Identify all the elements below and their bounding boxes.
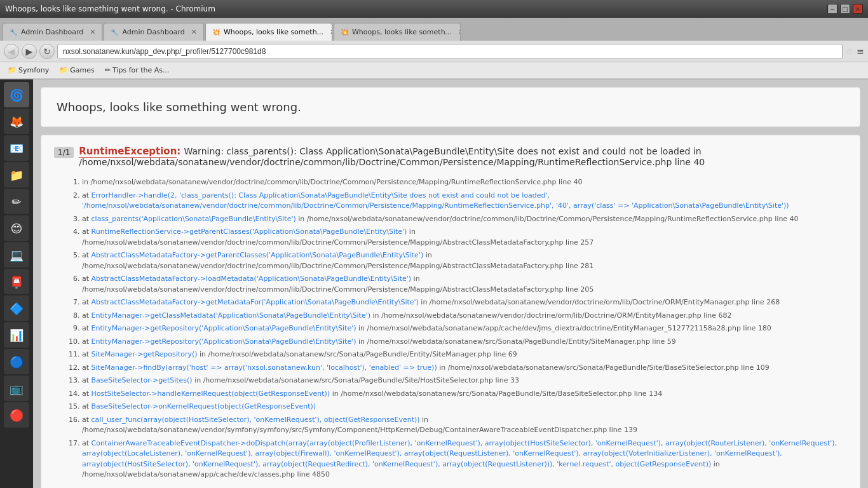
- close-button[interactable]: ✕: [853, 4, 863, 14]
- stack-frame-4: at RuntimeReflectionService->getParentCl…: [82, 227, 847, 248]
- stack-link-2[interactable]: ErrorHandler->handle(2, 'class_parents()…: [82, 191, 789, 210]
- stack-frame-6: at AbstractClassMetadataFactory->loadMet…: [82, 274, 847, 295]
- stack-frame-1: in /home/nxsol/webdata/sonatanew/vendor/…: [82, 177, 847, 188]
- stack-link-5[interactable]: AbstractClassMetadataFactory->getParentC…: [92, 251, 424, 259]
- content-area: Whoops, looks like something went wrong.…: [33, 79, 868, 488]
- tab-close-2[interactable]: ✕: [191, 28, 197, 36]
- sidebar-icon-2[interactable]: 🦊: [4, 109, 29, 134]
- stack-frame-16: at call_user_func(array(object(HostSiteS…: [82, 415, 847, 436]
- sidebar-icon-4[interactable]: 📁: [4, 162, 29, 187]
- stack-link-14[interactable]: HostSiteSelector->handleKernelRequest(ob…: [92, 390, 330, 398]
- bookmark-button[interactable]: ☆: [845, 46, 853, 57]
- sidebar-icon-8[interactable]: 📮: [4, 269, 29, 294]
- tab-admin-1[interactable]: 🔧 Admin Dashboard ✕: [3, 23, 102, 41]
- stack-link-7[interactable]: AbstractClassMetadataFactory->getMetadat…: [92, 298, 419, 306]
- stack-link-9[interactable]: EntityManager->getRepository('Applicatio…: [92, 324, 356, 332]
- minimize-button[interactable]: ─: [827, 4, 837, 14]
- tab-label-4: Whoops, looks like someth...: [352, 28, 452, 36]
- tab-label-3: Whoops, looks like someth...: [224, 28, 323, 36]
- sidebar-icon-7[interactable]: 💻: [4, 242, 29, 268]
- stack-link-13[interactable]: BaseSiteSelector->getSites(): [92, 376, 193, 384]
- address-bar[interactable]: [57, 44, 843, 59]
- stack-frame-3: at class_parents('Application\Sonata\Pag…: [82, 214, 847, 225]
- stack-frame-12: at SiteManager->findBy(array('host' => a…: [82, 363, 847, 374]
- stack-frame-10: at EntityManager->getRepository('Applica…: [82, 337, 847, 348]
- tab-close-4[interactable]: ✕: [458, 28, 461, 36]
- sidebar-icon-5[interactable]: ✏️: [4, 189, 29, 214]
- stack-link-16[interactable]: call_user_func(array(object(HostSiteSele…: [92, 416, 420, 424]
- tab-whoops-1[interactable]: 💥 Whoops, looks like someth... ✕: [205, 23, 332, 41]
- sidebar-icon-13[interactable]: 🔴: [4, 402, 29, 428]
- sidebar: 🌀 🦊 📧 📁 ✏️ 😊 💻 📮 🔷 📊 🔵 📺 🔴: [0, 79, 33, 488]
- sidebar-icon-1[interactable]: 🌀: [4, 82, 29, 107]
- exception-class-link[interactable]: RuntimeException: [79, 146, 177, 158]
- stack-link-3[interactable]: class_parents('Application\Sonata\PageBu…: [92, 215, 296, 223]
- stack-link-8[interactable]: EntityManager->getClassMetadata('Applica…: [92, 311, 370, 320]
- tab-favicon-2: 🔧: [111, 29, 118, 36]
- stack-frame-8: at EntityManager->getClassMetadata('Appl…: [82, 311, 847, 322]
- sidebar-icon-3[interactable]: 📧: [4, 135, 29, 161]
- window-titlebar: Whoops, looks like something went wrong.…: [0, 0, 868, 18]
- maximize-button[interactable]: □: [840, 4, 850, 14]
- sidebar-icon-12[interactable]: 📺: [4, 376, 29, 401]
- stack-link-17[interactable]: ContainerAwareTraceableEventDispatcher->…: [82, 439, 837, 468]
- error-header: Whoops, looks like something went wrong.: [41, 87, 860, 127]
- tab-favicon-1: 🔧: [10, 29, 17, 36]
- stack-trace: in /home/nxsol/webdata/sonatanew/vendor/…: [54, 177, 847, 480]
- error-title: RuntimeException:: [79, 146, 184, 158]
- stack-frame-2: at ErrorHandler->handle(2, 'class_parent…: [82, 191, 847, 212]
- error-counter: 1/1: [54, 147, 74, 158]
- stack-link-11[interactable]: SiteManager->getRepository(): [92, 350, 198, 358]
- forward-button[interactable]: ▶: [22, 44, 37, 59]
- sidebar-icon-11[interactable]: 🔵: [4, 349, 29, 374]
- stack-link-15[interactable]: BaseSiteSelector->onKernelRequest(object…: [92, 402, 316, 410]
- stack-frame-17: at ContainerAwareTraceableEventDispatche…: [82, 438, 847, 480]
- stack-frame-15: at BaseSiteSelector->onKernelRequest(obj…: [82, 402, 847, 412]
- bookmark-icon-tips: ✏️: [105, 66, 111, 74]
- nav-row: ◀ ▶ ↻ ☆ ≡: [0, 41, 868, 62]
- tab-label-1: Admin Dashboard: [21, 28, 83, 36]
- tab-favicon-4: 💥: [341, 29, 348, 36]
- bookmarks-bar: 📁 Symfony 📁 Games ✏️ Tips for the As...: [0, 62, 868, 79]
- bookmark-icon-symfony: 📁: [8, 66, 17, 74]
- sidebar-icon-9[interactable]: 🔷: [4, 295, 29, 321]
- bookmark-symfony[interactable]: 📁 Symfony: [5, 65, 51, 76]
- stack-frame-13: at BaseSiteSelector->getSites() in /home…: [82, 376, 847, 386]
- stack-link-4[interactable]: RuntimeReflectionService->getParentClass…: [92, 227, 407, 236]
- bookmark-label-symfony: Symfony: [18, 66, 49, 74]
- bookmark-label-games: Games: [70, 66, 94, 74]
- bookmark-icon-games: 📁: [59, 66, 68, 74]
- tab-label-2: Admin Dashboard: [122, 28, 184, 36]
- stack-link-10[interactable]: EntityManager->getRepository('Applicatio…: [92, 337, 356, 346]
- stack-frame-7: at AbstractClassMetadataFactory->getMeta…: [82, 297, 847, 308]
- stack-link-12[interactable]: SiteManager->findBy(array('host' => arra…: [92, 363, 437, 372]
- stack-link-6[interactable]: AbstractClassMetadataFactory->loadMetada…: [92, 274, 412, 283]
- reload-button[interactable]: ↻: [39, 44, 55, 59]
- bookmark-games[interactable]: 📁 Games: [57, 65, 97, 76]
- back-button[interactable]: ◀: [4, 44, 19, 59]
- tab-close-1[interactable]: ✕: [90, 28, 95, 36]
- sidebar-icon-10[interactable]: 📊: [4, 322, 29, 348]
- bookmark-label-tips: Tips for the As...: [112, 66, 170, 74]
- tab-favicon-3: 💥: [212, 29, 220, 36]
- window-title: Whoops, looks like something went wrong.…: [5, 4, 215, 13]
- error-header-text: Whoops, looks like something went wrong.: [57, 100, 301, 114]
- browser-toolbar: 🔧 Admin Dashboard ✕ 🔧 Admin Dashboard ✕ …: [0, 18, 868, 79]
- stack-frame-11: at SiteManager->getRepository() in /home…: [82, 349, 847, 360]
- tabs-row: 🔧 Admin Dashboard ✕ 🔧 Admin Dashboard ✕ …: [0, 18, 868, 41]
- settings-button[interactable]: ≡: [857, 46, 864, 57]
- error-body: 1/1 RuntimeException: Warning: class_par…: [41, 135, 860, 488]
- stack-frame-14: at HostSiteSelector->handleKernelRequest…: [82, 389, 847, 400]
- tab-admin-2[interactable]: 🔧 Admin Dashboard ✕: [104, 23, 203, 41]
- tab-close-3[interactable]: ✕: [330, 28, 332, 36]
- bookmark-tips[interactable]: ✏️ Tips for the As...: [102, 65, 172, 76]
- stack-frame-9: at EntityManager->getRepository('Applica…: [82, 323, 847, 334]
- tab-whoops-2[interactable]: 💥 Whoops, looks like someth... ✕: [334, 23, 461, 41]
- sidebar-icon-6[interactable]: 😊: [4, 215, 29, 241]
- stack-frame-5: at AbstractClassMetadataFactory->getPare…: [82, 250, 847, 271]
- window-controls: ─ □ ✕: [827, 4, 863, 14]
- main-layout: 🌀 🦊 📧 📁 ✏️ 😊 💻 📮 🔷 📊 🔵 📺 🔴 Whoops, looks…: [0, 79, 868, 488]
